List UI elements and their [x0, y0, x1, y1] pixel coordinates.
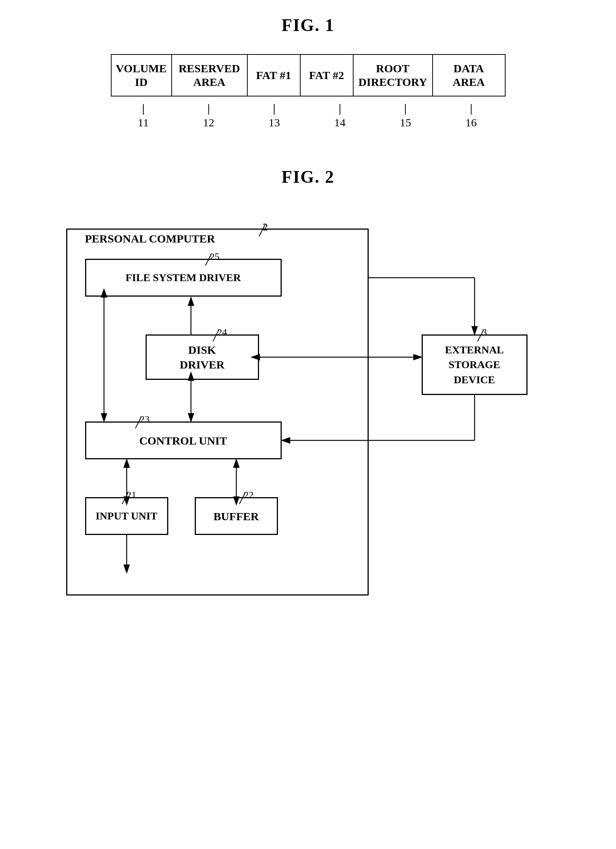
connections-svg: [43, 210, 573, 626]
cell-root-directory: ROOTDIRECTORY: [354, 55, 433, 96]
label-14: 14: [334, 104, 346, 129]
label-12: 12: [203, 104, 214, 129]
fat-table: VOLUMEID RESERVEDAREA FAT #1 FAT #2 ROOT…: [111, 54, 506, 96]
cell-fat1: FAT #1: [248, 55, 301, 96]
label-11: 11: [138, 104, 149, 129]
cell-fat2: FAT #2: [301, 55, 354, 96]
label-16: 16: [465, 104, 477, 129]
fig2-section: FIG. 2 PERSONAL COMPUTER 2 ╱ FILE SYSTEM…: [23, 167, 593, 626]
cell-data-area: DATA AREA: [433, 55, 505, 96]
fig1-title: FIG. 1: [282, 15, 335, 35]
fig1-section: FIG. 1 VOLUMEID RESERVEDAREA FAT #1 FAT …: [23, 15, 593, 129]
label-13: 13: [268, 104, 280, 129]
label-15: 15: [400, 104, 411, 129]
fig2-title: FIG. 2: [282, 167, 335, 187]
cell-volume-id: VOLUMEID: [112, 55, 172, 96]
fig2-diagram: PERSONAL COMPUTER 2 ╱ FILE SYSTEM DRIVER…: [43, 210, 573, 626]
cell-reserved-area: RESERVEDAREA: [172, 55, 248, 96]
